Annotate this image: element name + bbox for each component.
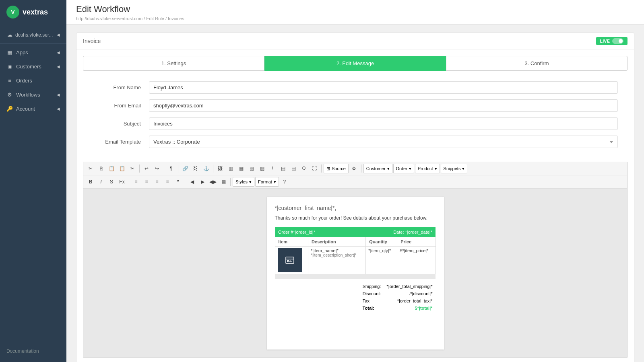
subject-label: Subject — [93, 121, 149, 127]
col-quantity: Quantity — [366, 237, 397, 247]
toolbar-bold[interactable]: B — [86, 177, 95, 187]
step-edit-message[interactable]: 2. Edit Message — [264, 56, 446, 71]
toolbar-product-dropdown[interactable]: Product ▾ — [415, 164, 440, 173]
toolbar-ul[interactable]: ≡ — [142, 177, 151, 187]
toolbar-paste2[interactable]: 📋 — [117, 164, 127, 173]
sidebar-item-orders[interactable]: ≡ Orders — [0, 74, 66, 88]
subject-input[interactable] — [149, 117, 618, 130]
toolbar-removeformat[interactable]: Fx — [117, 177, 127, 187]
sidebar-item-customers[interactable]: ◉ Customers ◀ — [0, 60, 66, 74]
toolbar-copy[interactable]: ⎘ — [96, 164, 106, 173]
server-icon: ☁ — [6, 32, 13, 38]
account-icon: 🔑 — [6, 106, 13, 112]
toolbar-strikethrough[interactable]: S — [107, 177, 116, 187]
toolbar-table2[interactable]: ▦ — [236, 164, 246, 173]
item-name: *|item_name|* — [311, 248, 363, 253]
steps-row: 1. Settings 2. Edit Message 3. Confirm — [76, 49, 634, 77]
toolbar-settings[interactable]: ⚙ — [349, 164, 359, 173]
toolbar-row2: B I S Fx ≡ ≡ ≡ ≡ ❝ ◀ ▶ ◀▶ ▦ — [83, 175, 627, 189]
toolbar-anchor[interactable]: ⚓ — [201, 164, 211, 173]
sidebar-server[interactable]: ☁ dcuhs.vfoke.ser... ◀ — [0, 28, 66, 42]
toolbar-blockquote2[interactable]: ❝ — [173, 177, 183, 187]
workflows-chevron: ◀ — [57, 93, 60, 97]
toolbar-table1[interactable]: ▥ — [226, 164, 235, 173]
toolbar-omega[interactable]: Ω — [299, 164, 309, 173]
form-row-from-email: From Email — [93, 99, 618, 112]
tax-label: Tax: — [360, 298, 384, 304]
live-toggle[interactable] — [612, 38, 623, 44]
toolbar-ht1[interactable]: ▤ — [278, 164, 288, 173]
toolbar-image[interactable]: 🖼 — [215, 164, 225, 173]
discount-row: Discount: -*|discount|* — [360, 290, 435, 297]
editor-body[interactable]: *|customer_first_name|*, Thanks so much … — [83, 189, 627, 358]
workflow-card: Invoice LIVE 1. Settings 2. Edit Message… — [76, 33, 634, 362]
toolbar-align-center[interactable]: ▶ — [198, 177, 207, 187]
toolbar-order-dropdown[interactable]: Order ▾ — [393, 164, 414, 173]
toolbar-italic[interactable]: I — [96, 177, 106, 187]
toolbar-table4[interactable]: ▨ — [257, 164, 267, 173]
breadcrumb: http://dcuhs.vfoke.servertrust.com / Edi… — [76, 16, 634, 24]
sidebar-item-apps[interactable]: ▦ Apps ◀ — [0, 45, 66, 60]
date-header-cell: Date: *|order_date|* — [366, 227, 436, 237]
form-row-from-name: From Name — [93, 81, 618, 94]
sidebar-item-account[interactable]: 🔑 Account ◀ — [0, 102, 66, 116]
toolbar-source-btn[interactable]: ⊞ Source — [324, 164, 349, 173]
toolbar-cut[interactable]: ✂ — [86, 164, 95, 173]
toolbar-customer-dropdown[interactable]: Customer ▾ — [363, 164, 392, 173]
discount-label: Discount: — [360, 290, 384, 297]
item-image-cell — [275, 247, 308, 274]
toolbar-styles-dropdown[interactable]: Styles ▾ — [233, 177, 254, 187]
toolbar-fullscreen[interactable]: ⛶ — [310, 164, 319, 173]
step-confirm[interactable]: 3. Confirm — [446, 56, 627, 71]
toolbar-undo[interactable]: ↩ — [142, 164, 151, 173]
customers-chevron: ◀ — [57, 64, 60, 69]
toolbar-ht2[interactable]: ▤ — [289, 164, 298, 173]
logo-area: V vextras — [0, 0, 66, 24]
email-greeting: *|customer_first_name|*, — [275, 205, 436, 211]
toolbar-outdent[interactable]: ≡ — [152, 177, 162, 187]
from-email-input[interactable] — [149, 99, 618, 112]
toolbar-blockquote[interactable]: ! — [268, 164, 277, 173]
item-qty: *|item_qty|* — [368, 248, 391, 253]
toolbar-align-justify[interactable]: ▦ — [219, 177, 228, 187]
svg-rect-0 — [286, 257, 294, 263]
toolbar-redo[interactable]: ↪ — [152, 164, 162, 173]
toolbar-table3[interactable]: ▧ — [247, 164, 256, 173]
step-settings[interactable]: 1. Settings — [83, 56, 264, 71]
toolbar-format-dropdown[interactable]: Format ▾ — [255, 177, 279, 187]
sidebar-item-workflows[interactable]: ⚙ Workflows ◀ — [0, 88, 66, 102]
toolbar-help[interactable]: ? — [280, 177, 289, 187]
shipping-label: Shipping: — [360, 283, 384, 290]
invoice-header-row: Order #*|order_id|* Date: *|order_date|* — [275, 227, 436, 237]
toolbar-paste[interactable]: 📋 — [107, 164, 116, 173]
toolbar-snippets-dropdown[interactable]: Snippets ▾ — [441, 164, 468, 173]
logo-icon: V — [6, 6, 19, 19]
item-description: *|item_description_short|* — [311, 253, 363, 257]
toolbar-link[interactable]: 🔗 — [180, 164, 190, 173]
tax-row: Tax: *|order_total_tax|* — [360, 298, 435, 304]
totals-section: Shipping: *|order_total_shipping|* Disco… — [275, 282, 436, 312]
toolbar-unlink[interactable]: ⛓ — [191, 164, 200, 173]
card-header: Invoice LIVE — [76, 33, 634, 49]
toolbar-indent[interactable]: ≡ — [163, 177, 172, 187]
toolbar-ol[interactable]: ≡ — [131, 177, 141, 187]
col-description: Description — [308, 237, 366, 247]
order-chevron: ▾ — [409, 166, 411, 171]
invoice-item-row: *|item_name|* *|item_description_short|*… — [275, 247, 436, 274]
apps-chevron: ◀ — [57, 50, 60, 55]
apps-icon: ▦ — [6, 49, 13, 56]
email-template-select[interactable]: Vextras :: Corporate — [149, 136, 618, 148]
total-row: Total: $*|total|* — [360, 305, 435, 311]
toolbar-cut2[interactable]: ✂ — [128, 164, 137, 173]
from-name-input[interactable] — [149, 81, 618, 94]
editor-container: ✂ ⎘ 📋 📋 ✂ ↩ ↪ ¶ 🔗 ⛓ ⚓ 🖼 ▥ — [83, 162, 627, 358]
sidebar-doc-link[interactable]: Documentation — [0, 344, 66, 358]
toolbar-para[interactable]: ¶ — [166, 164, 176, 173]
toolbar-align-right[interactable]: ◀▶ — [208, 177, 218, 187]
live-badge: LIVE — [596, 37, 627, 45]
toolbar-align-left[interactable]: ◀ — [187, 177, 197, 187]
totals-table: Shipping: *|order_total_shipping|* Disco… — [359, 282, 436, 312]
email-thanks: Thanks so much for your order! See detai… — [275, 215, 436, 221]
styles-chevron: ▾ — [249, 179, 252, 185]
total-label: Total: — [360, 305, 384, 311]
